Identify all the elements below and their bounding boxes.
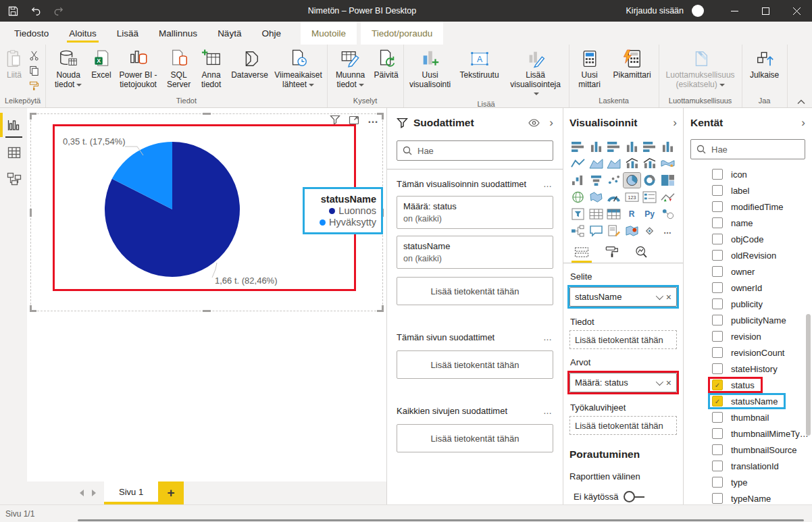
paginated-report-icon[interactable] [624, 224, 640, 238]
collapse-ribbon-icon[interactable] [797, 99, 805, 105]
filter-card-statusname[interactable]: statusName on (kaikki) [397, 236, 553, 269]
format-painter-icon[interactable] [28, 80, 40, 91]
tab-nayta[interactable]: Näytä [207, 22, 251, 45]
refresh-button[interactable]: Päivitä [372, 46, 401, 80]
q-and-a-icon[interactable] [588, 224, 605, 238]
minimize-button[interactable] [719, 0, 750, 22]
chevron-down-icon[interactable] [656, 377, 663, 385]
tab-analytics[interactable] [634, 245, 649, 263]
checkbox[interactable] [712, 331, 723, 342]
tab-mallinnus[interactable]: Mallinnus [149, 22, 207, 45]
fields-search[interactable] [690, 139, 805, 159]
tooltips-well-dropzone[interactable]: Lisää tietokentät tähän [569, 416, 677, 435]
chevron-down-icon[interactable] [656, 292, 663, 299]
remove-field-icon[interactable]: × [666, 377, 671, 388]
tab-lisaa[interactable]: Lisää [107, 22, 149, 45]
tab-aloitus[interactable]: Aloitus [59, 22, 107, 45]
arcgis-map-icon[interactable] [641, 224, 658, 238]
checkbox[interactable] [712, 477, 723, 488]
smart-narrative-icon[interactable] [605, 224, 622, 238]
tab-format[interactable] [605, 245, 619, 263]
publish-button[interactable]: Julkaise [744, 46, 785, 80]
checkbox[interactable] [712, 185, 723, 196]
line-and-stacked-column-chart-icon[interactable] [624, 156, 640, 171]
tab-fields-well[interactable] [574, 246, 590, 263]
cut-icon[interactable] [28, 50, 40, 61]
ribbon-chart-icon[interactable] [659, 156, 676, 171]
checkbox[interactable] [712, 315, 723, 325]
filters-search-input[interactable] [416, 145, 547, 157]
checkbox[interactable] [712, 201, 723, 212]
field-row-name[interactable]: name [690, 215, 805, 231]
stacked-column-chart-icon[interactable] [588, 139, 605, 154]
horizontal-scrollbar[interactable] [78, 519, 804, 521]
field-row-stateHistory[interactable]: stateHistory [690, 361, 805, 377]
close-button[interactable] [781, 0, 812, 22]
account-avatar[interactable] [692, 5, 704, 17]
field-row-revisionCount[interactable]: revisionCount [690, 344, 805, 361]
transform-data-button[interactable]: Muunna tiedot [330, 46, 372, 90]
more-options-icon[interactable]: … [543, 406, 553, 416]
sql-server-button[interactable]: SQL Server [163, 46, 195, 90]
dataverse-button[interactable]: Dataverse [228, 46, 272, 80]
100-stacked-bar-chart-icon[interactable] [641, 139, 658, 154]
data-view-icon[interactable] [6, 145, 22, 161]
map-icon[interactable] [569, 190, 586, 205]
r-script-visual-icon[interactable]: R [624, 207, 640, 221]
checkbox[interactable] [712, 428, 723, 439]
field-row-objCode[interactable]: objCode [690, 231, 805, 247]
collapse-pane-icon[interactable]: › [801, 116, 805, 130]
details-well-dropzone[interactable]: Lisää tietokentät tähän [569, 330, 677, 349]
collapse-pane-icon[interactable]: › [549, 116, 553, 130]
checkbox[interactable] [712, 298, 723, 309]
waterfall-chart-icon[interactable] [569, 173, 586, 188]
legend-well[interactable]: statusName × [569, 287, 677, 307]
field-row-thumbnail[interactable]: thumbnail [690, 409, 805, 425]
tab-tiedot-poraudu[interactable]: Tiedot/poraudu [361, 22, 443, 45]
add-page-button[interactable]: + [158, 481, 184, 504]
pie-chart-icon[interactable] [624, 173, 640, 188]
line-chart-icon[interactable] [569, 156, 586, 171]
focus-mode-icon[interactable] [349, 115, 359, 125]
filter-card-status[interactable]: Määrä: status on (kaikki) [397, 196, 553, 229]
field-row-owner[interactable]: owner [690, 263, 805, 280]
stacked-bar-chart-icon[interactable] [569, 139, 586, 154]
checkbox[interactable] [712, 493, 723, 504]
more-visuals-button[interactable]: Lisää visualisointeja [505, 46, 567, 99]
area-chart-icon[interactable] [588, 156, 605, 171]
tab-ohje[interactable]: Ohje [251, 22, 291, 45]
scrollbar-thumb[interactable] [806, 314, 811, 436]
field-row-publicityName[interactable]: publicityName [690, 312, 805, 328]
report-view-icon[interactable] [6, 118, 22, 134]
checkbox[interactable] [712, 169, 723, 180]
enter-data-button[interactable]: Anna tiedot [195, 46, 228, 90]
report-canvas[interactable]: … 0,35 t. (17,54%) 1,66 t. (82,46%) stat… [27, 108, 386, 481]
legend-item[interactable]: Hyväksytty [320, 217, 376, 228]
field-row-oldRevision[interactable]: oldRevision [690, 247, 805, 263]
tab-tiedosto[interactable]: Tiedosto [4, 22, 59, 45]
checkbox[interactable]: ✓ [712, 380, 723, 390]
get-data-button[interactable]: Nouda tiedot [48, 46, 88, 90]
key-influencers-icon[interactable] [659, 207, 676, 221]
more-visuals-icon[interactable]: … [659, 224, 676, 238]
field-row-publicity[interactable]: publicity [690, 296, 805, 312]
line-and-clustered-column-chart-icon[interactable] [641, 156, 658, 171]
checkbox[interactable] [712, 234, 723, 244]
multi-row-card-icon[interactable] [641, 190, 658, 205]
gauge-icon[interactable] [605, 190, 622, 205]
undo-icon[interactable] [30, 6, 41, 16]
checkbox[interactable] [712, 347, 723, 358]
excel-button[interactable]: X Excel [88, 46, 113, 80]
power-bi-datasets-button[interactable]: Power BI -tietojoukot [114, 46, 163, 90]
field-row-thumbnailMimeTy…[interactable]: thumbnailMimeTy… [690, 425, 805, 442]
checkbox[interactable] [712, 444, 723, 455]
field-row-thumbnailSource[interactable]: thumbnailSource [690, 442, 805, 458]
redo-icon[interactable] [53, 6, 64, 16]
matrix-icon[interactable] [605, 207, 622, 221]
tab-muotoile[interactable]: Muotoile [301, 22, 357, 45]
funnel-chart-icon[interactable] [588, 173, 605, 188]
filter-icon[interactable] [330, 115, 340, 125]
filters-search[interactable] [397, 140, 553, 161]
add-fields-dropzone[interactable]: Lisää tietokentät tähän [397, 350, 553, 379]
add-fields-dropzone[interactable]: Lisää tietokentät tähän [397, 277, 553, 305]
